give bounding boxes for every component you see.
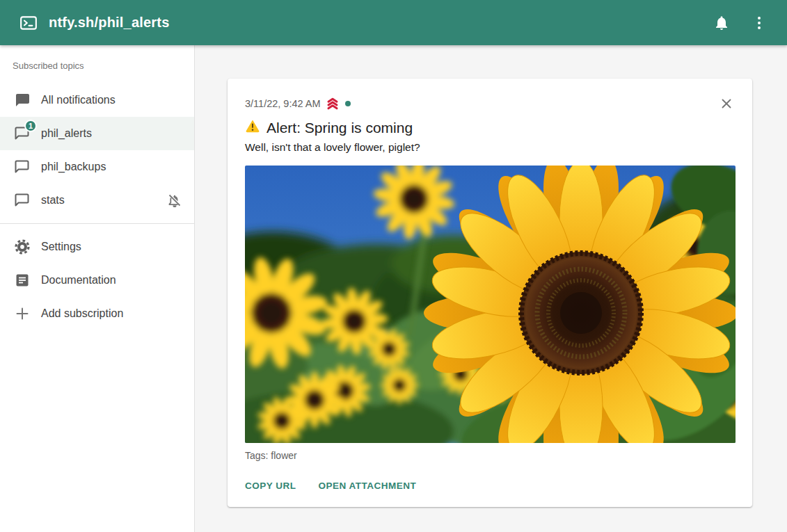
sidebar-item-add-subscription[interactable]: Add subscription bbox=[0, 297, 194, 330]
notification-actions: COPY URL OPEN ATTACHMENT bbox=[245, 479, 736, 492]
notification-title-row: Alert: Spring is coming bbox=[245, 118, 736, 137]
notification-timestamp: 3/11/22, 9:42 AM bbox=[245, 98, 321, 109]
sidebar-item-label: phil_backups bbox=[41, 161, 106, 173]
notification-body: Well, isn't that a lovely flower, piglet… bbox=[245, 141, 736, 154]
warning-triangle-icon bbox=[245, 118, 260, 137]
sidebar: Subscribed topics All notifications 1 ph… bbox=[0, 45, 195, 532]
sidebar-item-all-notifications[interactable]: All notifications bbox=[0, 83, 194, 117]
unread-dot-icon bbox=[345, 101, 351, 106]
sidebar-item-label: stats bbox=[41, 194, 65, 207]
notification-title: Alert: Spring is coming bbox=[267, 120, 413, 136]
main-content: 3/11/22, 9:42 AM bbox=[195, 45, 787, 532]
notifications-muted-icon bbox=[166, 192, 183, 209]
attachment-image[interactable] bbox=[245, 166, 736, 443]
copy-url-button[interactable]: COPY URL bbox=[245, 479, 296, 492]
sidebar-item-phil-alerts[interactable]: 1 phil_alerts bbox=[0, 117, 194, 150]
plus-icon bbox=[14, 305, 31, 322]
sidebar-item-label: Add subscription bbox=[41, 307, 123, 320]
app-title: ntfy.sh/phil_alerts bbox=[49, 15, 169, 31]
ntfy-terminal-logo-icon bbox=[19, 14, 38, 32]
notification-card: 3/11/22, 9:42 AM bbox=[228, 79, 752, 507]
open-attachment-button[interactable]: OPEN ATTACHMENT bbox=[319, 479, 417, 492]
article-icon bbox=[14, 272, 31, 289]
app-bar: ntfy.sh/phil_alerts bbox=[0, 0, 787, 45]
sidebar-item-settings[interactable]: Settings bbox=[0, 230, 194, 264]
unread-count-badge: 1 bbox=[24, 120, 37, 132]
overflow-menu-button[interactable] bbox=[749, 13, 769, 33]
sidebar-item-phil-backups[interactable]: phil_backups bbox=[0, 150, 194, 184]
sidebar-item-stats[interactable]: stats bbox=[0, 184, 194, 217]
sidebar-item-label: Documentation bbox=[41, 274, 116, 287]
notification-tags: Tags: flower bbox=[245, 450, 736, 461]
sidebar-divider bbox=[0, 223, 194, 224]
sidebar-item-label: phil_alerts bbox=[41, 127, 92, 140]
gear-icon bbox=[14, 239, 31, 255]
subscribed-topics-label: Subscribed topics bbox=[0, 61, 194, 71]
sidebar-item-label: All notifications bbox=[41, 94, 116, 106]
notification-meta-row: 3/11/22, 9:42 AM bbox=[245, 95, 736, 113]
notifications-bell-button[interactable] bbox=[712, 13, 731, 33]
sidebar-item-documentation[interactable]: Documentation bbox=[0, 264, 194, 297]
chat-outline-icon bbox=[14, 192, 31, 209]
priority-max-icon bbox=[326, 96, 340, 112]
chat-outline-icon bbox=[14, 159, 31, 175]
close-notification-button[interactable] bbox=[717, 95, 736, 113]
chat-outline-icon: 1 bbox=[14, 125, 31, 142]
sidebar-item-label: Settings bbox=[41, 241, 81, 253]
chat-filled-icon bbox=[14, 92, 31, 108]
